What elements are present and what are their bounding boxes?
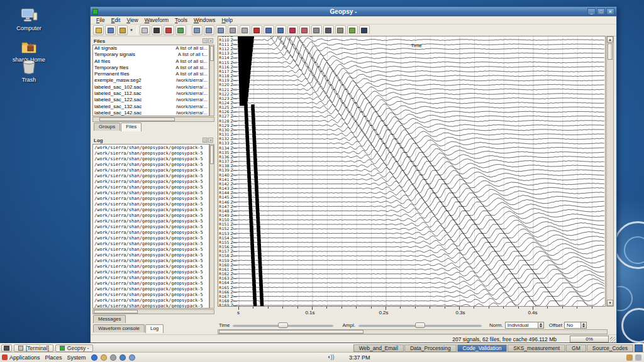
- toolbar-new-graphic-icon[interactable]: [152, 25, 162, 35]
- workspace-code_validation[interactable]: Code_Validation: [457, 344, 508, 352]
- volume-icon[interactable]: ◖)): [327, 354, 333, 360]
- close-panel-icon[interactable]: ✕: [208, 38, 213, 43]
- taskbar-window-terminal[interactable]: [Terminal]: [14, 344, 53, 352]
- maximize-button[interactable]: □: [597, 8, 605, 15]
- file-list-item[interactable]: Temporary signalsA list of all t...: [93, 52, 209, 58]
- ampl-slider[interactable]: [358, 322, 482, 328]
- file-name: All signals: [94, 45, 175, 52]
- tab-waveform-console[interactable]: Waveform console: [93, 324, 145, 332]
- tray-icon[interactable]: [635, 354, 641, 361]
- new-map-icon: [165, 28, 172, 33]
- waveform-plot[interactable]: R109 Z—R110 Z—R111 Z—R112 Z—R113 Z—R114 …: [218, 36, 606, 307]
- record-section-svg: R109 Z—R110 Z—R111 Z—R112 Z—R113 Z—R114 …: [218, 36, 605, 306]
- menu-item-file[interactable]: File: [93, 16, 108, 24]
- title-bar[interactable]: Geopsy - _ □ ✕: [91, 7, 616, 16]
- desktop-icon-trash[interactable]: Trash: [4, 58, 54, 83]
- scroll-up-icon[interactable]: ▲: [607, 36, 613, 43]
- files-list[interactable]: All signalsA list of all si...Temporary …: [92, 45, 209, 116]
- toolbar-new-map-icon[interactable]: [164, 25, 174, 35]
- file-list-item[interactable]: labeled_sac_112.sac/work/sierra/...: [93, 90, 209, 97]
- web-browser-icon[interactable]: [91, 354, 97, 361]
- toolbar-new-chart-icon[interactable]: [175, 25, 186, 35]
- toolbar-spectrum-icon[interactable]: [204, 25, 214, 35]
- file-list-item[interactable]: Temporary filesA list of all si...: [93, 65, 209, 71]
- tab-groups[interactable]: Groups: [94, 123, 120, 131]
- workspace-web_and_email[interactable]: Web_and_Email: [353, 344, 404, 352]
- workspace-data_processing[interactable]: Data_Processing: [404, 344, 457, 352]
- toolbar-open-icon[interactable]: [93, 25, 104, 35]
- workspace-pager[interactable]: [635, 344, 643, 352]
- float-panel-icon[interactable]: ◳: [203, 138, 208, 143]
- package-icon[interactable]: [129, 354, 135, 361]
- spinner-icon[interactable]: [580, 322, 586, 328]
- seismic-trace: [233, 184, 604, 193]
- norm-select[interactable]: Individual: [505, 322, 544, 329]
- offset-select[interactable]: No: [564, 322, 587, 329]
- scroll-thumb[interactable]: [210, 145, 214, 164]
- trace-label: R120 Z—: [219, 82, 237, 87]
- files-hscrollbar[interactable]: [92, 117, 214, 122]
- scroll-thumb[interactable]: [94, 310, 138, 314]
- minimize-button[interactable]: _: [587, 8, 596, 15]
- file-list-item[interactable]: All signalsA list of all si...: [93, 45, 209, 52]
- panel-menu-applications[interactable]: Applications: [2, 354, 40, 361]
- scroll-thumb[interactable]: [219, 330, 364, 334]
- workspace-source_codes[interactable]: Source_Codes: [587, 344, 633, 352]
- toolbar-amplitude-icon[interactable]: [192, 25, 203, 35]
- tab-files[interactable]: Files: [121, 123, 142, 131]
- waveform-hscrollbar[interactable]: [218, 329, 608, 334]
- workspace-gm[interactable]: GM: [566, 344, 586, 352]
- tab-messages[interactable]: Messages: [93, 315, 126, 323]
- log-vscrollbar[interactable]: [209, 144, 214, 309]
- toolbar-new-table-icon[interactable]: [140, 25, 150, 35]
- menu-item-windows[interactable]: Windows: [191, 16, 219, 24]
- file-list-item[interactable]: labeled_sac_142.sac/work/sierra/...: [93, 110, 209, 116]
- log-output[interactable]: /work/sierra/shan/geopsypack/geopsypack-…: [92, 144, 209, 309]
- time-slider[interactable]: [233, 322, 333, 328]
- scroll-thumb[interactable]: [99, 118, 175, 121]
- log-hscrollbar[interactable]: [92, 309, 214, 314]
- close-button[interactable]: ✕: [606, 8, 614, 15]
- panel-menu-places[interactable]: Places: [45, 354, 62, 361]
- spinner-icon[interactable]: [538, 322, 543, 328]
- tab-log[interactable]: Log: [145, 324, 164, 333]
- workspace-sks_measurement[interactable]: SKS_measurement: [508, 344, 565, 352]
- panel-menu-system[interactable]: System: [67, 354, 86, 361]
- file-list-item[interactable]: All filesA list of all si...: [93, 58, 209, 65]
- files-vscrollbar[interactable]: [209, 45, 214, 116]
- waveform-vscrollbar[interactable]: ▲ ▼: [606, 36, 614, 307]
- float-panel-icon[interactable]: ◳: [203, 38, 208, 43]
- taskbar-window-geopsy[interactable]: Geopsy -: [55, 344, 94, 352]
- scroll-thumb[interactable]: [210, 46, 214, 61]
- panel-menu-label: Applications: [9, 354, 40, 361]
- menu-item-waveform[interactable]: Waveform: [142, 16, 172, 24]
- file-list-item[interactable]: labeled_sac_132.sac/work/sierra/...: [93, 104, 209, 110]
- file-list-item[interactable]: exemple_masw.seg2/work/sierra/...: [93, 77, 209, 84]
- dropdown-arrow-icon[interactable]: ▼: [130, 28, 133, 32]
- menu-item-view[interactable]: View: [123, 16, 141, 24]
- close-panel-icon[interactable]: ✕: [208, 138, 213, 143]
- help-icon[interactable]: [101, 354, 107, 361]
- scroll-down-icon[interactable]: ▼: [607, 300, 613, 306]
- desktop-icon-computer[interactable]: Computer: [4, 8, 54, 31]
- toolbar-save-icon[interactable]: [105, 25, 116, 35]
- seismic-trace: [233, 157, 604, 166]
- tools-icon[interactable]: [110, 354, 116, 361]
- axis-tick: [356, 307, 357, 309]
- file-list-item[interactable]: labeled_sac_122.sac/work/sierra/...: [93, 97, 209, 103]
- monitor-icon[interactable]: [119, 354, 126, 361]
- show-desktop-button[interactable]: [1, 344, 12, 352]
- seismic-trace: [233, 58, 604, 67]
- file-list-item[interactable]: labeled_sac_102.sac/work/sierra/...: [93, 84, 209, 90]
- toolbar-import-icon[interactable]: [117, 25, 128, 35]
- trace-label: R126 Z—: [219, 109, 237, 114]
- menu-item-tools[interactable]: Tools: [172, 16, 191, 24]
- file-list-item[interactable]: Permanent filesA list of all si...: [93, 71, 209, 77]
- menu-item-edit[interactable]: Edit: [108, 16, 124, 24]
- resize-grip[interactable]: [610, 337, 616, 343]
- package-tray-icon[interactable]: [626, 354, 633, 361]
- scroll-thumb[interactable]: [608, 43, 613, 60]
- slider-handle[interactable]: [415, 322, 425, 328]
- slider-handle[interactable]: [278, 322, 288, 328]
- menu-item-help[interactable]: Help: [218, 16, 235, 24]
